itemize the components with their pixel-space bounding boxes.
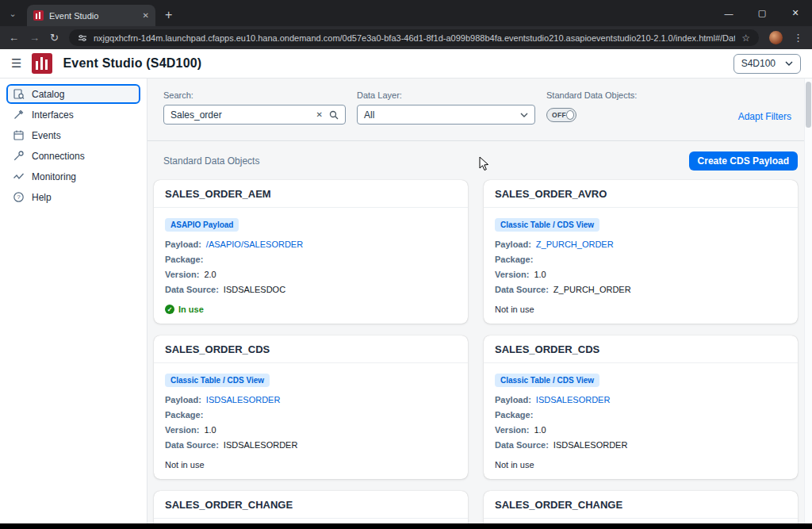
back-icon[interactable]: ← (9, 33, 19, 43)
new-tab-button[interactable]: + (165, 8, 172, 22)
scrollbar-thumb[interactable] (806, 82, 811, 128)
search-icon[interactable] (329, 110, 339, 120)
toggle-state-label: OFF (552, 111, 566, 119)
site-settings-icon (78, 33, 87, 43)
event-studio-app: ☰ Event Studio (S4D100) S4D100 Catalog I… (0, 49, 812, 523)
standard-objects-label: Standard Data Objects: (546, 90, 637, 100)
sidebar-item-label: Interfaces (32, 109, 74, 121)
system-select-value: S4D100 (741, 58, 776, 69)
status-text: Not in use (495, 305, 534, 314)
tab-search-icon[interactable]: ⌄ (5, 2, 21, 25)
payload-type-badge: ASAPIO Payload (165, 218, 239, 232)
card-title: SALES_ORDER_CHANGE (154, 491, 468, 519)
search-input[interactable] (170, 109, 310, 121)
data-layer-label: Data Layer: (357, 90, 535, 100)
status-text: In use (178, 305, 204, 314)
version-value: 1.0 (204, 425, 216, 435)
bookmark-star-icon[interactable]: ☆ (741, 33, 750, 44)
sidebar-item-label: Monitoring (32, 171, 76, 182)
toggle-knob (566, 110, 574, 120)
data-source-value: ISDSALESORDER (224, 440, 298, 450)
sidebar-item-help[interactable]: ? Help (6, 187, 140, 207)
standard-objects-toggle[interactable]: OFF (546, 108, 576, 122)
close-button[interactable]: ✕ (779, 0, 812, 26)
field-label: Data Source: (165, 285, 219, 294)
data-object-card: SALES_ORDER_CHANGE ASAPIO Payload Payloa… (484, 491, 798, 523)
sidebar-item-label: Connections (32, 151, 85, 162)
help-icon: ? (13, 191, 25, 203)
browser-menu-icon[interactable]: ⋮ (793, 33, 803, 43)
card-title: SALES_ORDER_CHANGE (484, 491, 798, 519)
data-source-value: ISDSALESORDER (553, 440, 628, 450)
events-calendar-icon (13, 129, 25, 141)
sidebar-item-monitoring[interactable]: Monitoring (6, 167, 140, 186)
tab-strip: ⌄ Event Studio ✕ + — ▢ ✕ (0, 0, 812, 26)
payload-link[interactable]: ISDSALESORDER (536, 395, 611, 404)
tab-close-icon[interactable]: ✕ (143, 11, 149, 20)
browser-toolbar: ← → ↻ nxjgqxhcfrn-1d4m.launchpad.cfapps.… (0, 26, 812, 49)
sidebar-item-connections[interactable]: Connections (6, 146, 140, 166)
sidebar-item-catalog[interactable]: Catalog (6, 84, 140, 104)
browser-window: ⌄ Event Studio ✕ + — ▢ ✕ ← → ↻ nxjgqxhcf… (0, 0, 812, 529)
url-bar[interactable]: nxjgqxhcfrn-1d4m.launchpad.cfapps.eu10.h… (69, 29, 759, 46)
payload-link[interactable]: Z_PURCH_ORDER (536, 240, 614, 249)
search-field[interactable]: ✕ (163, 105, 346, 125)
sidebar-item-label: Help (32, 192, 52, 203)
data-source-value: ISDSALESDOC (224, 285, 285, 294)
sidebar-item-label: Catalog (32, 89, 64, 100)
status-text: Not in use (495, 460, 534, 470)
window-controls: — ▢ ✕ (712, 0, 812, 26)
field-label: Payload: (165, 395, 201, 404)
scrollbar-track[interactable] (804, 79, 812, 523)
search-clear-icon[interactable]: ✕ (316, 110, 323, 119)
connections-wrench-icon (13, 150, 25, 162)
sidebar-item-events[interactable]: Events (6, 125, 140, 145)
status-in-use: ✓In use (165, 305, 457, 314)
profile-avatar[interactable] (769, 31, 783, 44)
adapt-filters-link[interactable]: Adapt Filters (738, 111, 791, 122)
browser-tab[interactable]: Event Studio ✕ (27, 5, 155, 26)
status-text: Not in use (165, 460, 205, 470)
tab-favicon-icon (33, 10, 44, 21)
asapio-logo (32, 53, 52, 74)
version-value: 2.0 (204, 270, 216, 279)
field-label: Package: (165, 255, 203, 264)
filter-bar: Search: ✕ Data Layer: All (147, 79, 812, 140)
payload-link[interactable]: ISDSALESORDER (206, 395, 281, 404)
payload-type-badge: Classic Table / CDS View (495, 218, 599, 232)
hamburger-menu-icon[interactable]: ☰ (11, 56, 21, 71)
field-label: Version: (165, 425, 199, 435)
status-not-in-use: Not in use (495, 460, 787, 470)
check-icon: ✓ (165, 305, 174, 314)
payload-type-badge: Classic Table / CDS View (495, 374, 599, 387)
field-label: Data Source: (495, 285, 549, 294)
card-title: SALES_ORDER_AVRO (484, 180, 798, 208)
section-header: Standard Data Objects Create CDS Payload (147, 141, 812, 180)
field-label: Package: (495, 255, 533, 264)
minimize-button[interactable]: — (712, 0, 745, 26)
reload-icon[interactable]: ↻ (50, 33, 59, 43)
field-label: Data Source: (165, 440, 219, 450)
data-source-value: Z_PURCH_ORDER (553, 285, 631, 294)
data-layer-select[interactable]: All (357, 105, 535, 125)
data-object-card: SALES_ORDER_CHANGE ASAPIO Payload Payloa… (154, 491, 468, 523)
card-title: SALES_ORDER_AEM (154, 180, 468, 208)
monitoring-chart-icon (13, 171, 25, 182)
system-select[interactable]: S4D100 (733, 54, 801, 74)
field-label: Version: (495, 270, 529, 279)
chevron-down-icon (785, 61, 793, 66)
url-text: nxjgqxhcfrn-1d4m.launchpad.cfapps.eu10.h… (94, 33, 735, 43)
forward-icon[interactable]: → (29, 33, 40, 43)
field-label: Payload: (165, 240, 201, 249)
data-object-card: SALES_ORDER_CDS Classic Table / CDS View… (154, 335, 468, 479)
payload-type-badge: Classic Table / CDS View (165, 374, 270, 387)
version-value: 1.0 (534, 270, 546, 279)
field-label: Package: (495, 410, 533, 420)
status-not-in-use: Not in use (495, 305, 787, 314)
card-grid: SALES_ORDER_AEM ASAPIO Payload Payload:/… (147, 180, 812, 523)
create-cds-payload-button[interactable]: Create CDS Payload (689, 151, 798, 171)
maximize-button[interactable]: ▢ (745, 0, 779, 26)
card-title: SALES_ORDER_CDS (154, 335, 468, 363)
payload-link[interactable]: /ASAPIO/SALESORDER (206, 240, 303, 249)
sidebar-item-interfaces[interactable]: Interfaces (6, 105, 140, 125)
